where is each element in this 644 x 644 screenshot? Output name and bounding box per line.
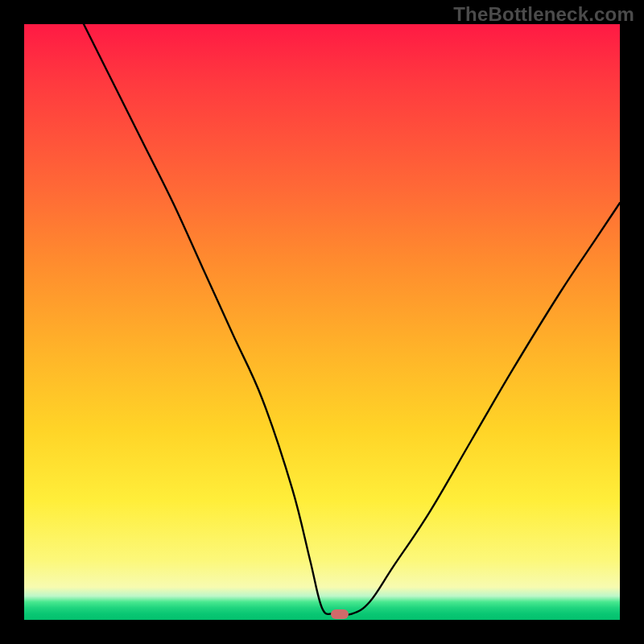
chart-frame: TheBottleneck.com [0,0,644,644]
plot-area [24,24,620,620]
bottleneck-curve [24,24,620,620]
minimum-marker [331,609,349,619]
watermark-text: TheBottleneck.com [453,3,634,26]
curve-path [84,24,620,615]
